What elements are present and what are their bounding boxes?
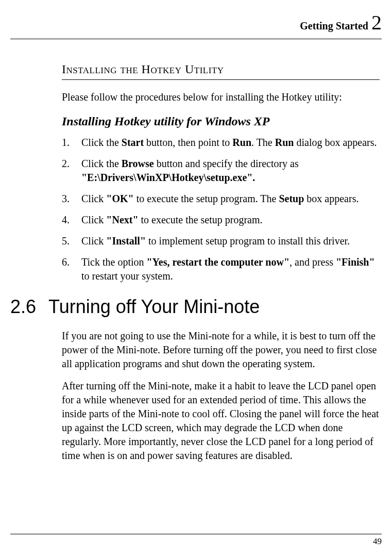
bold: Setup bbox=[279, 193, 304, 204]
main-heading: 2.6 Turning off Your Mini-note bbox=[10, 296, 380, 318]
chapter-number: 2 bbox=[371, 11, 382, 34]
step-6: Tick the option "Yes, restart the comput… bbox=[62, 255, 380, 283]
bold: Start bbox=[122, 137, 144, 148]
step-2: Click the Browse button and specify the … bbox=[62, 157, 380, 185]
text: Click the bbox=[81, 158, 122, 169]
text: . The bbox=[251, 137, 275, 148]
text: to restart your system. bbox=[81, 270, 173, 282]
text: Tick the option bbox=[81, 256, 147, 268]
step-3: Click "OK" to execute the setup program.… bbox=[62, 192, 380, 206]
subheading: Installing Hotkey utility for Windows XP bbox=[62, 114, 380, 128]
section-title: Installing the Hotkey Utility bbox=[62, 62, 380, 80]
paragraph-1: If you are not going to use the Mini-not… bbox=[62, 329, 380, 371]
page-number: 49 bbox=[373, 536, 382, 546]
bold: Run bbox=[275, 137, 294, 148]
text: button, then point to bbox=[144, 137, 232, 148]
text: Click bbox=[81, 193, 106, 204]
text: Click bbox=[81, 235, 106, 247]
intro-paragraph: Please follow the procedures below for i… bbox=[62, 91, 380, 103]
text: button and specify the directory as bbox=[154, 158, 299, 169]
text: to implement setup program to install th… bbox=[146, 235, 350, 247]
bold: "Next" bbox=[106, 214, 138, 225]
step-4: Click "Next" to execute the setup progra… bbox=[62, 213, 380, 227]
bold: Browse bbox=[122, 158, 154, 169]
chapter-label: Getting Started bbox=[300, 20, 368, 31]
page-header: Getting Started 2 bbox=[10, 10, 382, 39]
paragraph-2: After turning off the Mini-note, make it… bbox=[62, 379, 380, 463]
text: box appears. bbox=[304, 193, 359, 204]
text: Click bbox=[81, 214, 106, 225]
bold: "Yes, restart the computer now" bbox=[147, 256, 290, 268]
step-5: Click "Install" to implement setup progr… bbox=[62, 234, 380, 248]
bold: "Finish" bbox=[336, 256, 375, 268]
bold: "OK" bbox=[106, 193, 133, 204]
steps-list: Click the Start button, then point to Ru… bbox=[62, 136, 380, 283]
bold: Run bbox=[232, 137, 251, 148]
text: dialog box appears. bbox=[294, 137, 377, 148]
step-1: Click the Start button, then point to Ru… bbox=[62, 136, 380, 150]
page-footer: 49 bbox=[10, 534, 382, 547]
text: , and press bbox=[289, 256, 336, 268]
bold: "Install" bbox=[106, 235, 146, 247]
text: to execute the setup program. The bbox=[134, 193, 279, 204]
page-content: Installing the Hotkey Utility Please fol… bbox=[10, 62, 382, 463]
bold: "E:\Drivers\WinXP\Hotkey\setup.exe". bbox=[81, 172, 255, 183]
heading-number: 2.6 bbox=[10, 296, 36, 318]
text: Click the bbox=[81, 137, 122, 148]
text: to execute the setup program. bbox=[139, 214, 263, 225]
heading-text: Turning off Your Mini-note bbox=[48, 296, 260, 318]
